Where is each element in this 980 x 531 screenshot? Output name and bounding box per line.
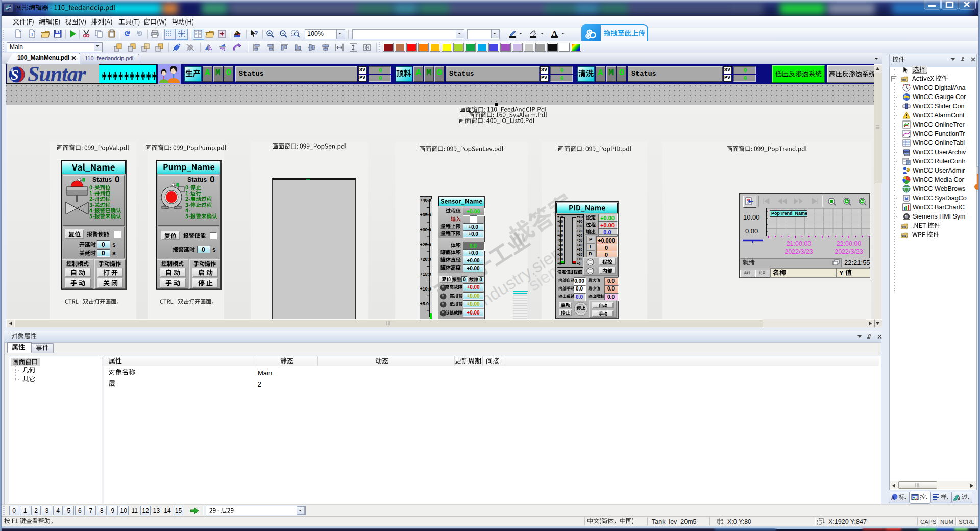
svg-text:WPF: WPF [902, 235, 907, 237]
svg-text:+30: +30 [557, 248, 563, 251]
svg-text:+90: +90 [577, 220, 582, 223]
svg-text:+80: +80 [577, 224, 582, 228]
svg-text:+100: +100 [577, 216, 583, 219]
svg-text:+60: +60 [577, 234, 582, 237]
svg-text:+50: +50 [577, 238, 582, 242]
svg-text:+100: +100 [557, 216, 564, 219]
svg-text:T: T [31, 32, 34, 37]
svg-text:+90: +90 [557, 220, 563, 223]
svg-text:+10: +10 [557, 257, 563, 261]
svg-text:NET: NET [902, 226, 906, 228]
svg-text:+70: +70 [557, 229, 563, 233]
svg-text:+40: +40 [557, 243, 563, 247]
svg-text:?: ? [254, 30, 258, 37]
svg-text:+60: +60 [557, 234, 563, 237]
svg-text:S: S [11, 67, 19, 83]
svg-text:A: A [552, 29, 557, 37]
svg-text:+70: +70 [577, 229, 582, 233]
svg-text:DCX: DCX [902, 80, 906, 82]
svg-text:+0: +0 [577, 262, 581, 266]
svg-text:+20: +20 [577, 253, 582, 256]
svg-text:+0: +0 [557, 262, 561, 266]
svg-text:+30: +30 [577, 248, 582, 251]
svg-text:A: A [891, 495, 895, 501]
svg-text:+20: +20 [557, 253, 563, 256]
svg-text:+10: +10 [577, 257, 582, 261]
svg-text:+40: +40 [577, 243, 582, 247]
svg-text:+50: +50 [557, 238, 563, 242]
svg-text:+80: +80 [557, 224, 563, 228]
